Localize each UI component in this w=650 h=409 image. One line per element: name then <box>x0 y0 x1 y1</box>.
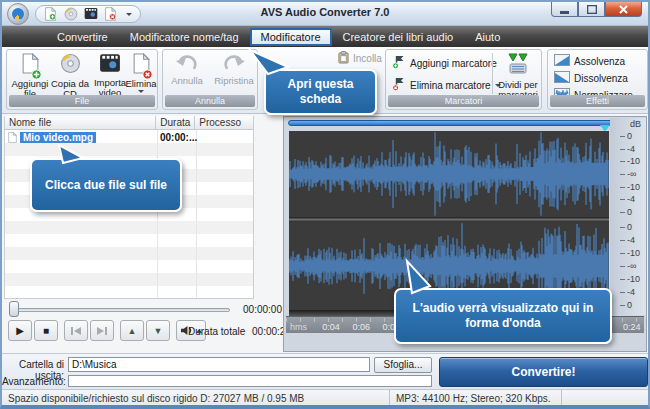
play-icon: ▶ <box>16 325 24 336</box>
convert-button[interactable]: Convertire! <box>439 357 648 387</box>
split-by-markers-button[interactable]: Dividi per marcatori <box>496 53 540 97</box>
move-down-button[interactable]: ▼ <box>146 320 170 341</box>
waveform-display[interactable] <box>289 131 609 310</box>
next-icon <box>96 326 108 336</box>
column-header-processo[interactable]: Processo <box>195 116 253 129</box>
move-up-button[interactable]: ▲ <box>120 320 144 341</box>
callout-tail <box>248 49 290 75</box>
db-tick-label: 0 <box>610 300 646 310</box>
fade-out-button[interactable]: Dissolvenza <box>554 70 628 86</box>
delete-marker-button[interactable]: Elimina marcatore <box>392 77 501 93</box>
db-tick-label: -4 <box>610 144 646 154</box>
progress-bar <box>68 375 432 387</box>
clipboard-icon <box>338 51 349 66</box>
db-tick-label: -∞ <box>610 169 646 179</box>
file-row[interactable]: Mio video.mpg 00:00:... <box>5 131 253 144</box>
db-tick-label: -10 <box>610 156 646 166</box>
file-icon <box>8 129 17 147</box>
callout-tail <box>50 144 86 164</box>
column-header-durata[interactable]: Durata <box>156 116 195 129</box>
close-button[interactable] <box>605 2 642 17</box>
output-folder-input[interactable]: D:\Musica <box>68 357 370 372</box>
redo-icon <box>222 53 246 75</box>
total-duration-label: Durata totale <box>188 326 245 337</box>
callout-text: L'audio verrà visualizzato qui in forma … <box>402 301 604 331</box>
seek-slider[interactable] <box>10 308 230 312</box>
ruler-time-label: 0:06 <box>352 322 370 332</box>
skip-controls <box>64 320 114 343</box>
maximize-button[interactable] <box>578 2 605 17</box>
tab-creatore-libri-audio[interactable]: Creatore dei libri audio <box>332 28 465 46</box>
callout-tail <box>400 260 434 294</box>
delete-file-icon <box>133 53 150 78</box>
next-button[interactable] <box>90 320 114 341</box>
add-marker-icon <box>392 55 406 71</box>
previous-icon <box>70 326 82 336</box>
cd-icon <box>60 53 81 78</box>
add-file-icon <box>22 53 39 78</box>
ruler-time-label: 0:04 <box>322 322 340 332</box>
group-label-file: File <box>9 95 155 107</box>
callout-double-click-file: Clicca due file sul file <box>30 158 182 212</box>
app-window: AVS Audio Converter 7.0 Convertire Modif… <box>0 0 650 409</box>
title-bar: AVS Audio Converter 7.0 <box>2 2 648 26</box>
db-tick-label: -10 <box>610 182 646 192</box>
add-file-button[interactable]: Aggiungi file <box>9 53 51 97</box>
column-header-nome-file[interactable]: Nome file <box>5 116 156 129</box>
callout-waveform: L'audio verrà visualizzato qui in forma … <box>394 288 612 344</box>
group-effetti: Assolvenza Dissolvenza Normalizzare Effe… <box>547 49 648 110</box>
undo-icon <box>175 53 199 75</box>
tab-aiuto[interactable]: Aiuto <box>464 28 511 46</box>
db-scale: dB 0-4-10-∞-10-40 0-4-10-∞-10-40 <box>610 118 646 315</box>
db-tick-label: -10 <box>610 248 646 258</box>
group-marcatori: Aggiungi marcatore Elimina marcatore Div… <box>385 49 542 110</box>
progress-label: Avanzamento: <box>2 376 64 387</box>
undo-button[interactable]: Annulla <box>165 53 209 97</box>
db-tick-label: -∞ <box>610 261 646 271</box>
add-marker-button[interactable]: Aggiungi marcatore <box>392 55 497 71</box>
up-arrow-icon: ▲ <box>128 326 137 336</box>
ruler-unit: hms <box>290 322 307 332</box>
group-divider <box>492 53 493 94</box>
position-time: 00:00:00 <box>232 304 282 315</box>
previous-button[interactable] <box>64 320 88 341</box>
waveform-scrollbar[interactable] <box>288 120 640 126</box>
stop-button[interactable]: ■ <box>34 320 58 341</box>
tab-bar: Convertire Modificatore nome/tag Modific… <box>2 26 648 47</box>
film-icon <box>99 53 121 77</box>
reorder-controls: ▲ ▼ <box>120 320 170 343</box>
play-button[interactable]: ▶ <box>8 320 32 341</box>
group-label-annulla: Annulla <box>165 95 255 107</box>
file-list-header: Nome file Durata Processo <box>5 116 253 130</box>
status-bar: Spazio disponibile/richiesto sul disco r… <box>2 389 648 405</box>
fade-in-button[interactable]: Assolvenza <box>554 53 625 69</box>
tab-modificatore[interactable]: Modificatore <box>250 28 332 46</box>
seek-slider-handle[interactable] <box>9 301 19 317</box>
delete-marker-icon <box>392 77 406 93</box>
browse-button[interactable]: Sfoglia... <box>374 357 432 373</box>
playback-controls: ▶ ■ <box>8 320 58 343</box>
file-duration: 00:00:... <box>160 132 197 143</box>
fade-out-icon <box>554 71 570 85</box>
status-disk-space: Spazio disponibile/richiesto sul disco r… <box>2 390 390 405</box>
group-annulla: Annulla Ripristina Annulla <box>162 49 258 110</box>
db-tick-label: -4 <box>610 235 646 245</box>
minimize-button[interactable] <box>551 2 578 17</box>
group-file: Aggiungi file Copia da CD Importa video <box>6 49 158 110</box>
paste-button[interactable]: Incolla <box>338 50 382 66</box>
db-tick-label: -4 <box>610 194 646 204</box>
tab-modificatore-nome-tag[interactable]: Modificatore nome/tag <box>119 28 250 46</box>
db-tick-label: -10 <box>610 274 646 284</box>
db-tick-label: 0 <box>610 131 646 141</box>
tab-convertire[interactable]: Convertire <box>46 28 119 46</box>
delete-file-button[interactable]: Elimina <box>125 53 157 97</box>
column-divider <box>196 130 197 298</box>
file-name: Mio video.mpg <box>20 132 96 143</box>
copy-cd-button[interactable]: Copia da CD <box>49 53 91 97</box>
callout-text: Clicca due file sul file <box>45 178 167 193</box>
status-format: MP3: 44100 Hz; Stereo; 320 Kbps. <box>390 390 562 405</box>
callout-open-tab: Apri questa scheda <box>264 69 377 115</box>
down-arrow-icon: ▼ <box>154 326 163 336</box>
db-tick-label: 0 <box>610 207 646 217</box>
output-settings: Cartella di uscita: D:\Musica Sfoglia...… <box>2 353 648 389</box>
